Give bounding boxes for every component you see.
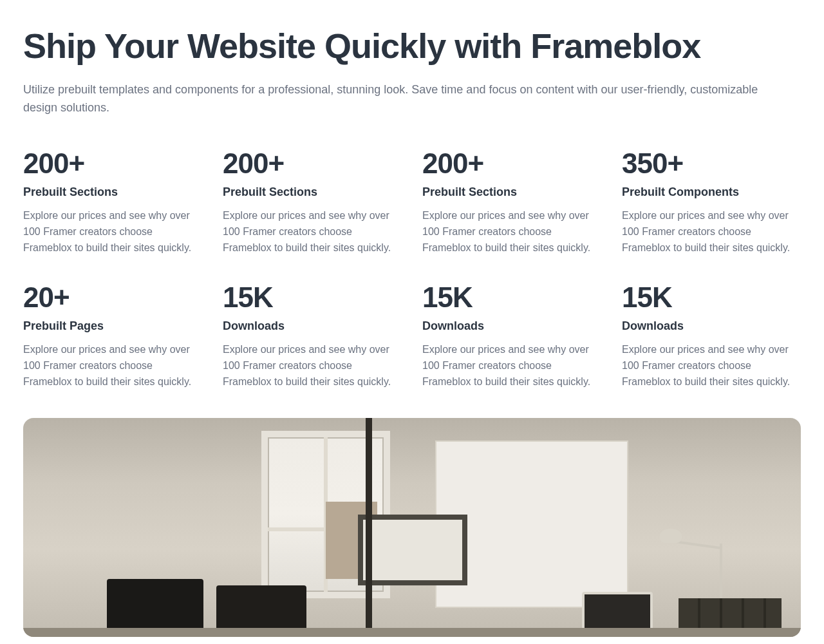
stat-label: Prebuilt Sections (223, 185, 402, 199)
desk-shape (23, 628, 801, 637)
lamp-head-shape (660, 529, 682, 543)
stat-card: 15K Downloads Explore our prices and see… (223, 282, 402, 390)
page-subtitle: Utilize prebuilt templates and component… (23, 81, 770, 117)
stat-label: Downloads (223, 319, 402, 333)
stat-desc: Explore our prices and see why over 100 … (23, 342, 202, 390)
stat-desc: Explore our prices and see why over 100 … (23, 208, 202, 256)
pillar-shape (366, 418, 372, 637)
stat-desc: Explore our prices and see why over 100 … (422, 342, 601, 390)
hero-image (23, 418, 801, 637)
stat-card: 350+ Prebuilt Components Explore our pri… (622, 148, 801, 256)
stat-desc: Explore our prices and see why over 100 … (422, 208, 601, 256)
stat-value: 15K (422, 282, 601, 313)
stat-label: Prebuilt Pages (23, 319, 202, 333)
stat-card: 20+ Prebuilt Pages Explore our prices an… (23, 282, 202, 390)
stat-label: Downloads (422, 319, 601, 333)
stat-label: Prebuilt Sections (422, 185, 601, 199)
stat-desc: Explore our prices and see why over 100 … (223, 342, 402, 390)
stat-desc: Explore our prices and see why over 100 … (223, 208, 402, 256)
stat-value: 15K (622, 282, 801, 313)
stat-value: 200+ (23, 148, 202, 179)
stat-card: 200+ Prebuilt Sections Explore our price… (23, 148, 202, 256)
page-title: Ship Your Website Quickly with Frameblox (23, 26, 801, 66)
stat-value: 20+ (23, 282, 202, 313)
stat-desc: Explore our prices and see why over 100 … (622, 342, 801, 390)
stat-card: 15K Downloads Explore our prices and see… (422, 282, 601, 390)
stat-value: 350+ (622, 148, 801, 179)
stat-label: Prebuilt Sections (23, 185, 202, 199)
stat-card: 15K Downloads Explore our prices and see… (622, 282, 801, 390)
lamp-arm-shape (675, 541, 720, 550)
stat-desc: Explore our prices and see why over 100 … (622, 208, 801, 256)
stat-card: 200+ Prebuilt Sections Explore our price… (223, 148, 402, 256)
stat-value: 200+ (422, 148, 601, 179)
stat-label: Prebuilt Components (622, 185, 801, 199)
stats-grid: 200+ Prebuilt Sections Explore our price… (23, 148, 801, 390)
stat-value: 15K (223, 282, 402, 313)
stat-card: 200+ Prebuilt Sections Explore our price… (422, 148, 601, 256)
wall-frame-shape (358, 515, 467, 585)
stat-label: Downloads (622, 319, 801, 333)
stat-value: 200+ (223, 148, 402, 179)
